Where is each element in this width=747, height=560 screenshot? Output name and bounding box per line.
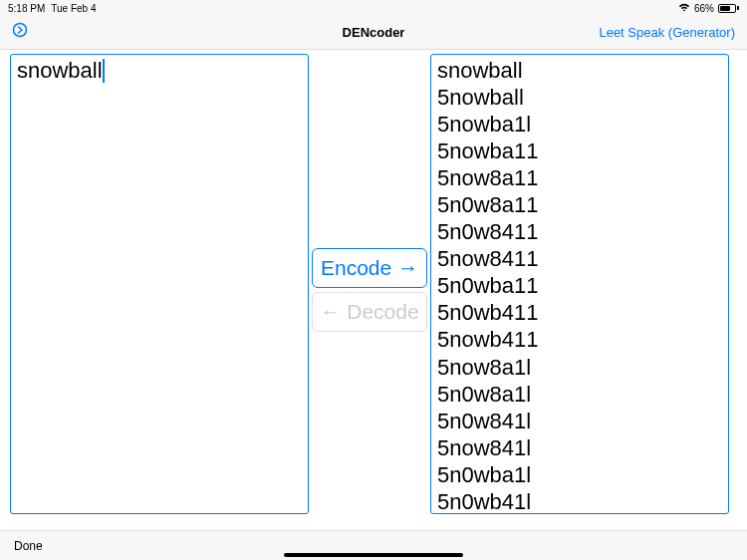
- output-line: 5nowba11: [437, 138, 722, 164]
- battery-percentage: 66%: [694, 3, 714, 14]
- nav-bar: DENcoder Leet Speak (Generator): [0, 16, 747, 50]
- home-indicator[interactable]: [284, 553, 463, 557]
- mode-link[interactable]: Leet Speak (Generator): [599, 25, 735, 40]
- output-line: 5n0w841l: [437, 408, 722, 434]
- decode-button[interactable]: ← Decode: [312, 292, 427, 332]
- output-line: 5nowba1l: [437, 111, 722, 138]
- output-textarea[interactable]: snowball5nowball5nowba1l5nowba115now8a11…: [430, 54, 729, 514]
- output-line: 5now8a11: [437, 164, 722, 191]
- output-line: 5n0w8a1l: [437, 381, 722, 408]
- output-line: 5n0wba11: [437, 272, 722, 299]
- output-line: 5n0wba1l: [437, 461, 722, 488]
- status-date: Tue Feb 4: [51, 3, 96, 14]
- output-line: 5n0w8411: [437, 218, 722, 245]
- text-caret: [103, 59, 105, 83]
- output-line: 5now8411: [437, 245, 722, 272]
- battery-icon: [718, 4, 739, 13]
- status-time: 5:18 PM: [8, 3, 45, 14]
- input-textarea[interactable]: snowball: [10, 54, 309, 514]
- page-title: DENcoder: [343, 25, 405, 40]
- output-line: 5nowb411: [437, 326, 722, 353]
- input-text: snowball: [17, 58, 103, 83]
- back-icon[interactable]: [12, 22, 28, 43]
- output-line: 5now841l: [437, 434, 722, 461]
- output-line: 5n0wb41l: [437, 488, 722, 514]
- encode-button[interactable]: Encode →: [312, 248, 427, 288]
- svg-point-0: [14, 24, 27, 37]
- wifi-icon: [678, 3, 690, 14]
- output-line: snowball: [437, 57, 722, 84]
- output-line: 5n0w8a11: [437, 191, 722, 218]
- output-line: 5nowball: [437, 84, 722, 111]
- action-column: Encode → ← Decode: [309, 50, 430, 530]
- done-button[interactable]: Done: [14, 539, 43, 553]
- main-content: snowball Encode → ← Decode snowball5nowb…: [0, 50, 747, 530]
- output-line: 5n0wb411: [437, 299, 722, 326]
- status-bar: 5:18 PM Tue Feb 4 66%: [0, 0, 747, 16]
- output-line: 5now8a1l: [437, 354, 722, 381]
